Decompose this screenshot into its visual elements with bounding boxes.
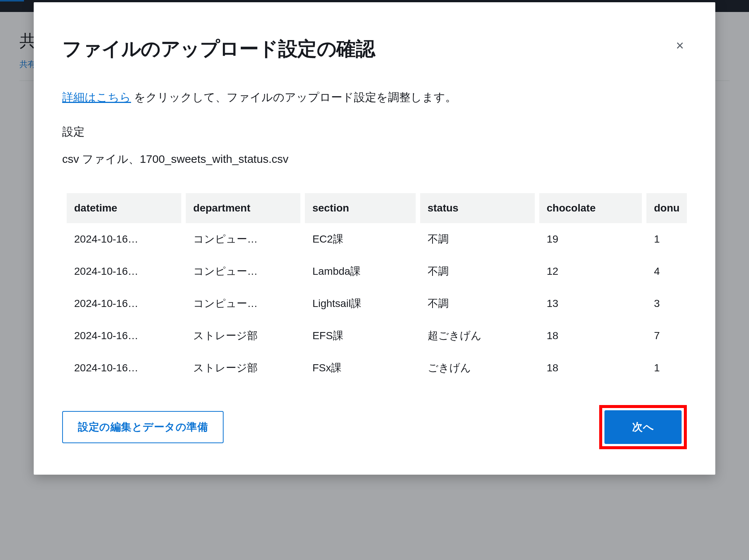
cell-donu: 1 (646, 352, 687, 384)
cell-datetime: 2024-10-16… (67, 287, 181, 320)
cell-department: コンピュー… (186, 223, 300, 255)
cell-donu: 3 (646, 287, 687, 320)
cell-section: EFS課 (305, 320, 416, 352)
col-section: section (305, 193, 416, 223)
col-donu: donu (646, 193, 687, 223)
preview-table-scroll[interactable]: datetime department section status choco… (62, 193, 687, 387)
cell-datetime: 2024-10-16… (67, 352, 181, 384)
cell-chocolate: 18 (539, 320, 642, 352)
preview-table: datetime department section status choco… (62, 193, 687, 384)
table-row: 2024-10-16… コンピュー… Lightsail課 不調 13 3 (67, 287, 687, 320)
cell-department: ストレージ部 (186, 320, 300, 352)
modal-overlay: ファイルのアップロード設定の確認 × 詳細はこちら をクリックして、ファイルのア… (0, 0, 749, 560)
details-link[interactable]: 詳細はこちら (62, 91, 131, 103)
modal-header: ファイルのアップロード設定の確認 × (34, 2, 715, 62)
table-row: 2024-10-16… コンピュー… EC2課 不調 19 1 (67, 223, 687, 255)
edit-settings-button[interactable]: 設定の編集とデータの準備 (62, 411, 224, 443)
cell-department: コンピュー… (186, 255, 300, 287)
file-line: csv ファイル、1700_sweets_with_status.csv (62, 152, 687, 167)
cell-section: Lambda課 (305, 255, 416, 287)
settings-label: 設定 (62, 124, 687, 140)
col-department: department (186, 193, 300, 223)
cell-datetime: 2024-10-16… (67, 255, 181, 287)
modal-body: 詳細はこちら をクリックして、ファイルのアップロード設定を調整します。 設定 c… (34, 62, 715, 387)
cell-status: 超ごきげん (420, 320, 535, 352)
info-line: 詳細はこちら をクリックして、ファイルのアップロード設定を調整します。 (62, 88, 687, 106)
col-status: status (420, 193, 535, 223)
close-icon[interactable]: × (673, 36, 687, 55)
modal-title: ファイルのアップロード設定の確認 (62, 36, 375, 62)
cell-datetime: 2024-10-16… (67, 320, 181, 352)
cell-chocolate: 12 (539, 255, 642, 287)
cell-status: ごきげん (420, 352, 535, 384)
upload-confirm-modal: ファイルのアップロード設定の確認 × 詳細はこちら をクリックして、ファイルのア… (34, 2, 715, 475)
cell-status: 不調 (420, 287, 535, 320)
cell-section: EC2課 (305, 223, 416, 255)
cell-donu: 7 (646, 320, 687, 352)
cell-status: 不調 (420, 223, 535, 255)
cell-datetime: 2024-10-16… (67, 223, 181, 255)
cell-department: コンピュー… (186, 287, 300, 320)
table-row: 2024-10-16… ストレージ部 FSx課 ごきげん 18 1 (67, 352, 687, 384)
cell-section: FSx課 (305, 352, 416, 384)
next-button-highlight: 次へ (599, 405, 687, 449)
table-row: 2024-10-16… ストレージ部 EFS課 超ごきげん 18 7 (67, 320, 687, 352)
cell-chocolate: 13 (539, 287, 642, 320)
cell-donu: 4 (646, 255, 687, 287)
cell-department: ストレージ部 (186, 352, 300, 384)
cell-chocolate: 19 (539, 223, 642, 255)
table-row: 2024-10-16… コンピュー… Lambda課 不調 12 4 (67, 255, 687, 287)
cell-chocolate: 18 (539, 352, 642, 384)
col-chocolate: chocolate (539, 193, 642, 223)
cell-status: 不調 (420, 255, 535, 287)
modal-footer: 設定の編集とデータの準備 次へ (34, 387, 715, 475)
col-datetime: datetime (67, 193, 181, 223)
cell-donu: 1 (646, 223, 687, 255)
cell-section: Lightsail課 (305, 287, 416, 320)
info-rest-text: をクリックして、ファイルのアップロード設定を調整します。 (131, 91, 457, 103)
next-button[interactable]: 次へ (604, 410, 682, 444)
table-header-row: datetime department section status choco… (67, 193, 687, 223)
